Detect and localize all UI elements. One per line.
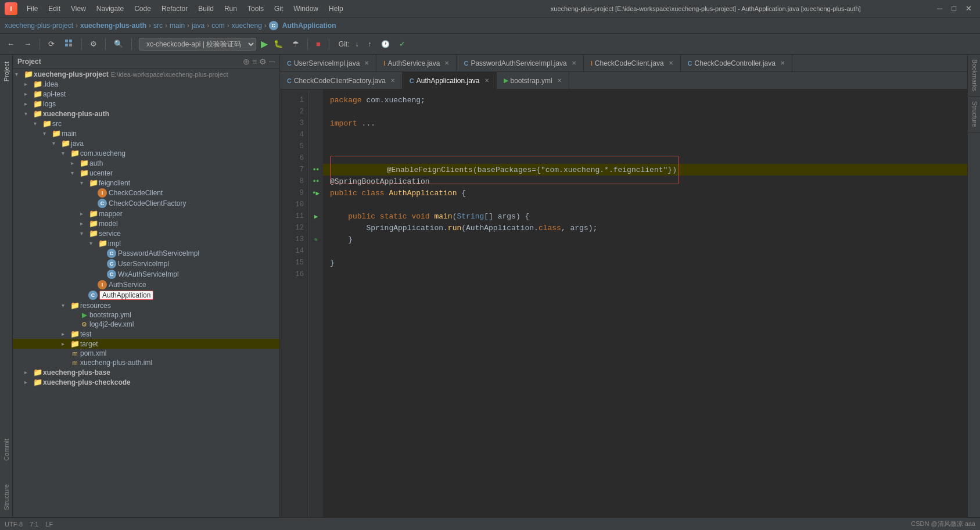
- breadcrumb-classname[interactable]: AuthApplication: [282, 22, 336, 30]
- breadcrumb-auth[interactable]: xuecheng-plus-auth: [80, 22, 146, 30]
- stop-btn[interactable]: ■: [313, 38, 324, 50]
- tree-item-com-xuecheng[interactable]: ▾ 📁 com.xuecheng: [13, 148, 279, 158]
- menu-navigate[interactable]: Navigate: [92, 3, 128, 14]
- breadcrumb-src[interactable]: src: [153, 22, 163, 30]
- sidebar-settings-btn[interactable]: ⚙: [259, 57, 267, 66]
- menu-view[interactable]: View: [66, 3, 91, 14]
- debug-btn[interactable]: 🐛: [270, 38, 286, 50]
- tree-item-impl[interactable]: ▾ 📁 impl: [13, 238, 279, 248]
- menu-tools[interactable]: Tools: [243, 3, 268, 14]
- maximize-btn[interactable]: □: [948, 2, 960, 15]
- forward-btn[interactable]: →: [20, 38, 35, 50]
- sync-btn[interactable]: ⟳: [45, 38, 58, 50]
- run-arrow-9[interactable]: ▶: [315, 189, 320, 197]
- commit-tab[interactable]: Commit: [1, 434, 12, 465]
- git-history-btn[interactable]: 🕐: [378, 39, 393, 49]
- close-btn[interactable]: ✕: [962, 2, 975, 15]
- tree-item-test[interactable]: ▸ 📁 test: [13, 329, 279, 339]
- tree-item-wxauthserviceimpl[interactable]: C WxAuthServiceImpl: [13, 269, 279, 280]
- run-config-select[interactable]: xc-checkcode-api | 校验验证码: [139, 38, 256, 51]
- tree-item-model[interactable]: ▸ 📁 model: [13, 219, 279, 228]
- tab-close-checkcodeclient[interactable]: ✕: [669, 60, 673, 66]
- tree-item-idea[interactable]: ▸ 📁 .idea: [13, 79, 279, 89]
- line-num-6: 6: [280, 152, 308, 164]
- tree-item-service[interactable]: ▾ 📁 service: [13, 228, 279, 238]
- annotation-params: (basePackages={"com.xuecheng.*.feignclie…: [473, 166, 677, 174]
- git-push-btn[interactable]: ↑: [365, 39, 375, 49]
- tree-item-auth[interactable]: ▸ 📁 auth: [13, 158, 279, 168]
- tab-close-passwordauth[interactable]: ✕: [572, 60, 576, 66]
- tree-item-checkcodeclientfactory[interactable]: C CheckCodeClientFactory: [13, 198, 279, 209]
- tree-item-userserviceimpl[interactable]: C UserServiceImpl: [13, 259, 279, 269]
- tree-item-java[interactable]: ▾ 📁 java: [13, 138, 279, 148]
- structure-right-tab[interactable]: Structure: [968, 96, 980, 132]
- menu-help[interactable]: Help: [324, 3, 348, 14]
- tree-item-feignclient[interactable]: ▾ 📁 feignclient: [13, 178, 279, 188]
- minimize-btn[interactable]: ─: [934, 2, 946, 15]
- git-check-btn[interactable]: ✓: [396, 38, 409, 50]
- tree-item-passwordauthserviceimpl[interactable]: C PasswordAuthServiceImpl: [13, 248, 279, 259]
- tab-authservice[interactable]: I AuthService.java ✕: [376, 55, 457, 72]
- code-content[interactable]: package com.xuecheng; import ... @Ena: [323, 89, 967, 517]
- sidebar-close-btn[interactable]: ─: [269, 57, 275, 66]
- breadcrumb-xuecheng[interactable]: xuecheng: [232, 22, 262, 30]
- tab-checkcodeclient[interactable]: I CheckCodeClient.java ✕: [584, 55, 681, 72]
- tree-item-base-module[interactable]: ▸ 📁 xuecheng-plus-base: [13, 367, 279, 377]
- tree-item-log4j2[interactable]: ⚙ log4j2-dev.xml: [13, 320, 279, 329]
- project-structure-btn[interactable]: [60, 37, 77, 51]
- tree-item-auth-module[interactable]: ▾ 📁 xuecheng-plus-auth: [13, 109, 279, 119]
- menu-refactor[interactable]: Refactor: [157, 3, 192, 14]
- tree-item-iml[interactable]: m xuecheng-plus-auth.iml: [13, 358, 279, 367]
- sidebar-collapse-btn[interactable]: ≡: [252, 57, 257, 66]
- tab-authapplication[interactable]: C AuthApplication.java ✕: [403, 72, 497, 89]
- tab-checkcodecontroller[interactable]: C CheckCodeController.java ✕: [681, 55, 792, 72]
- git-update-btn[interactable]: ↓: [352, 39, 362, 49]
- bookmarks-tab[interactable]: Bookmarks: [968, 55, 980, 96]
- sidebar-locate-btn[interactable]: ⊕: [243, 57, 250, 66]
- tree-item-ucenter[interactable]: ▾ 📁 ucenter: [13, 168, 279, 178]
- project-tab[interactable]: Project: [1, 57, 12, 86]
- tab-close-checkcodecontroller[interactable]: ✕: [780, 60, 785, 66]
- breadcrumb-project[interactable]: xuecheng-plus-project: [5, 22, 73, 30]
- tab-close-userserviceimpl[interactable]: ✕: [364, 60, 369, 66]
- coverage-btn[interactable]: ☂: [289, 38, 303, 50]
- back-btn[interactable]: ←: [3, 38, 18, 50]
- tree-item-logs[interactable]: ▸ 📁 logs: [13, 99, 279, 109]
- tree-item-mapper[interactable]: ▸ 📁 mapper: [13, 209, 279, 219]
- tab-checkcodeclientfactory[interactable]: C CheckCodeClientFactory.java ✕: [280, 72, 403, 89]
- run-button[interactable]: ▶: [261, 38, 268, 49]
- tree-item-target[interactable]: ▸ 📁 target: [13, 339, 279, 349]
- tree-item-pom[interactable]: m pom.xml: [13, 349, 279, 358]
- run-arrow-11[interactable]: ▶: [314, 213, 318, 220]
- tab-bootstrap-yml[interactable]: ▶ bootstrap.yml ✕: [497, 72, 569, 89]
- tab-close-authapplication[interactable]: ✕: [484, 77, 489, 84]
- tab-passwordauthserviceimpl[interactable]: C PasswordAuthServiceImpl.java ✕: [457, 55, 583, 72]
- breadcrumb-java[interactable]: java: [192, 22, 204, 30]
- menu-build[interactable]: Build: [193, 3, 218, 14]
- menu-run[interactable]: Run: [220, 3, 242, 14]
- structure-tab[interactable]: Structure: [1, 479, 12, 515]
- tree-item-bootstrap-yml[interactable]: ▶ bootstrap.yml: [13, 310, 279, 320]
- tree-item-root[interactable]: ▾ 📁 xuecheng-plus-project E:\idea-worksp…: [13, 69, 279, 79]
- search-btn[interactable]: 🔍: [110, 38, 127, 50]
- tree-item-src[interactable]: ▾ 📁 src: [13, 119, 279, 128]
- menu-code[interactable]: Code: [130, 3, 156, 14]
- tree-item-api-test[interactable]: ▸ 📁 api-test: [13, 89, 279, 99]
- breadcrumb-main[interactable]: main: [170, 22, 185, 30]
- menu-window[interactable]: Window: [289, 3, 323, 14]
- tab-close-authservice[interactable]: ✕: [444, 60, 449, 66]
- tree-item-resources[interactable]: ▾ 📁 resources: [13, 300, 279, 310]
- tree-item-main[interactable]: ▾ 📁 main: [13, 128, 279, 138]
- tree-item-checkcodeclient[interactable]: I CheckCodeClient: [13, 188, 279, 198]
- breadcrumb-com[interactable]: com: [211, 22, 225, 30]
- menu-file[interactable]: File: [22, 3, 42, 14]
- tree-item-authapplication[interactable]: C AuthApplication: [13, 290, 279, 300]
- tree-item-authservice[interactable]: I AuthService: [13, 280, 279, 290]
- menu-edit[interactable]: Edit: [44, 3, 65, 14]
- menu-git[interactable]: Git: [270, 3, 288, 14]
- tree-item-checkcode-module[interactable]: ▸ 📁 xuecheng-plus-checkcode: [13, 377, 279, 387]
- tab-close-bootstrap[interactable]: ✕: [557, 77, 562, 84]
- tab-close-checkcodeclientfactory[interactable]: ✕: [390, 77, 395, 84]
- tab-userserviceimpl[interactable]: C UserServiceImpl.java ✕: [280, 55, 376, 72]
- settings-btn[interactable]: ⚙: [87, 38, 100, 50]
